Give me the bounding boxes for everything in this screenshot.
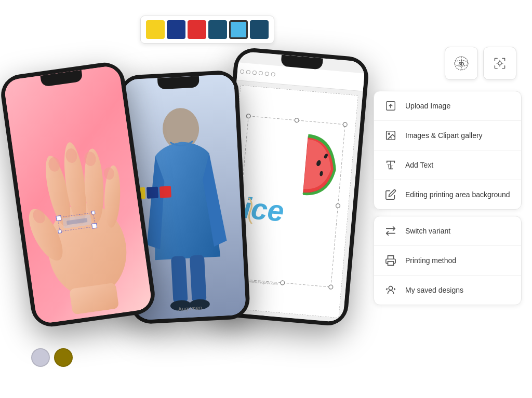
- phone-middle-notch: [157, 76, 200, 89]
- add-text-item[interactable]: T T Add Text: [374, 150, 521, 180]
- printing-method-item[interactable]: Printing method: [374, 246, 521, 276]
- switch-variant-label: Switch variant: [405, 227, 450, 235]
- add-text-label: Add Text: [405, 161, 433, 169]
- color-circle-gold[interactable]: [54, 348, 73, 367]
- svg-point-25: [246, 114, 251, 118]
- svg-rect-19: [171, 256, 188, 303]
- swatch-red[interactable]: [188, 20, 206, 39]
- svg-point-40: [388, 133, 390, 134]
- svg-text:T: T: [391, 165, 393, 169]
- edit-background-icon: [383, 187, 398, 202]
- 3d-view-button[interactable]: 3D: [445, 47, 478, 80]
- hand-illustration: [8, 78, 150, 314]
- svg-point-28: [336, 203, 340, 208]
- text-icon: T T: [383, 158, 398, 172]
- panel-group-1: Upload Image Images & Clipart gallery T: [374, 91, 522, 210]
- panel-group-2: Switch variant Printing method: [374, 216, 522, 305]
- printing-method-label: Printing method: [405, 256, 456, 265]
- svg-point-27: [343, 122, 348, 127]
- images-clipart-label: Images & Clipart gallery: [405, 131, 483, 140]
- svg-point-44: [389, 286, 392, 290]
- svg-text:3D: 3D: [458, 61, 464, 66]
- svg-text:T: T: [388, 164, 390, 169]
- toolbar-dot-3: [252, 71, 257, 75]
- svg-point-4: [498, 62, 501, 65]
- switch-variant-icon: [383, 224, 398, 238]
- swatch-lightblue[interactable]: [229, 20, 248, 39]
- color-circle-gray[interactable]: [31, 348, 50, 367]
- swatch-darkblue[interactable]: [250, 20, 269, 39]
- swatch-yellow[interactable]: [146, 20, 165, 39]
- upload-icon: [383, 99, 398, 113]
- upload-image-label: Upload Image: [405, 102, 450, 110]
- svg-point-26: [295, 118, 299, 123]
- toolbar-dot-2: [246, 70, 251, 75]
- color-circles: [31, 348, 73, 367]
- ar-view-button[interactable]: [483, 47, 516, 80]
- svg-point-29: [329, 285, 334, 290]
- palette-swatch-2: [147, 186, 158, 198]
- editing-background-item[interactable]: Editing printing area background: [374, 180, 521, 209]
- images-clipart-item[interactable]: Images & Clipart gallery: [374, 121, 521, 150]
- view-buttons-group: 3D: [445, 47, 516, 80]
- saved-designs-icon: [383, 283, 398, 297]
- svg-text:ice: ice: [242, 191, 285, 228]
- palette-swatch-3: [159, 186, 171, 198]
- toolbar-dot-4: [259, 71, 263, 76]
- toolbar-dot-6: [271, 72, 275, 77]
- saved-designs-label: My saved designs: [405, 286, 463, 294]
- color-swatches-bar: [140, 16, 274, 44]
- editing-background-label: Editing printing area background: [405, 190, 510, 199]
- switch-variant-item[interactable]: Switch variant: [374, 216, 521, 246]
- toolbar-dot-1: [240, 70, 245, 74]
- svg-rect-20: [190, 255, 207, 302]
- gallery-icon: [383, 128, 398, 143]
- swatch-teal[interactable]: [208, 20, 227, 39]
- phones-area: Augumen: [0, 0, 384, 398]
- upload-image-item[interactable]: Upload Image: [374, 91, 521, 121]
- saved-designs-item[interactable]: My saved designs: [374, 276, 521, 305]
- right-panel: Upload Image Images & Clipart gallery T: [374, 91, 522, 311]
- toolbar-dot-5: [264, 72, 269, 76]
- svg-rect-43: [388, 262, 394, 265]
- swatch-navy[interactable]: [167, 20, 185, 39]
- svg-point-30: [281, 281, 285, 285]
- printing-method-icon: [383, 253, 398, 268]
